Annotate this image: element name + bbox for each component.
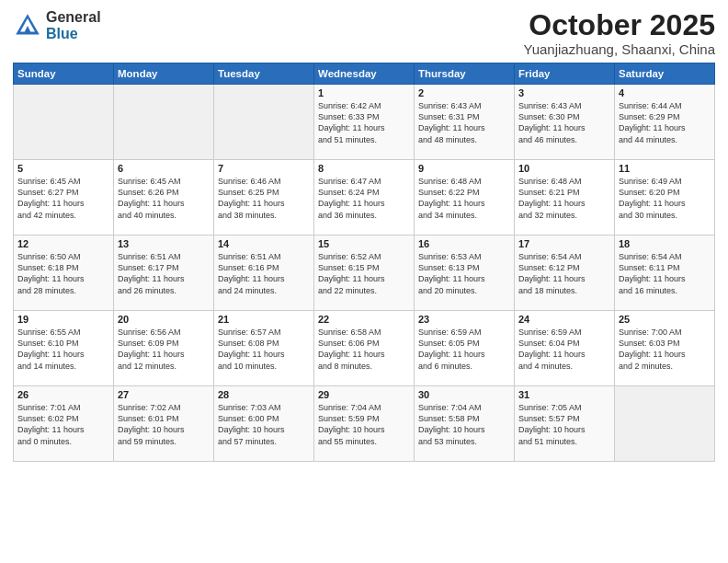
day-info: Sunrise: 6:59 AM Sunset: 6:05 PM Dayligh… [418,327,510,372]
calendar-body: 1Sunrise: 6:42 AM Sunset: 6:33 PM Daylig… [14,85,715,462]
calendar-cell: 21Sunrise: 6:57 AM Sunset: 6:08 PM Dayli… [214,311,314,386]
calendar-week-3: 12Sunrise: 6:50 AM Sunset: 6:18 PM Dayli… [14,236,715,311]
month-title: October 2025 [524,9,716,41]
calendar-cell: 26Sunrise: 7:01 AM Sunset: 6:02 PM Dayli… [14,386,114,462]
calendar-cell [615,386,715,462]
day-info: Sunrise: 6:43 AM Sunset: 6:30 PM Dayligh… [518,100,610,145]
calendar-cell [214,85,314,160]
day-info: Sunrise: 7:05 AM Sunset: 5:57 PM Dayligh… [518,402,610,447]
calendar-cell: 14Sunrise: 6:51 AM Sunset: 6:16 PM Dayli… [214,236,314,311]
day-number: 3 [518,87,610,98]
calendar-cell: 12Sunrise: 6:50 AM Sunset: 6:18 PM Dayli… [14,236,114,311]
calendar-cell: 27Sunrise: 7:02 AM Sunset: 6:01 PM Dayli… [114,386,214,462]
day-number: 31 [518,389,610,400]
calendar-cell: 2Sunrise: 6:43 AM Sunset: 6:31 PM Daylig… [415,85,515,160]
day-number: 11 [619,163,711,174]
day-info: Sunrise: 6:55 AM Sunset: 6:10 PM Dayligh… [17,327,109,372]
calendar-cell: 24Sunrise: 6:59 AM Sunset: 6:04 PM Dayli… [515,311,615,386]
col-monday: Monday [114,63,214,85]
day-info: Sunrise: 6:42 AM Sunset: 6:33 PM Dayligh… [318,100,410,145]
day-number: 14 [218,238,310,249]
calendar-cell: 22Sunrise: 6:58 AM Sunset: 6:06 PM Dayli… [314,311,415,386]
day-number: 29 [318,389,410,400]
day-number: 21 [218,314,310,325]
day-number: 25 [619,314,711,325]
calendar-cell [14,85,114,160]
day-info: Sunrise: 6:50 AM Sunset: 6:18 PM Dayligh… [17,251,109,296]
col-tuesday: Tuesday [214,63,314,85]
location-title: Yuanjiazhuang, Shaanxi, China [524,41,716,57]
day-number: 17 [518,238,610,249]
header: General Blue October 2025 Yuanjiazhuang,… [13,9,715,57]
calendar-cell: 13Sunrise: 6:51 AM Sunset: 6:17 PM Dayli… [114,236,214,311]
day-info: Sunrise: 7:01 AM Sunset: 6:02 PM Dayligh… [17,402,109,447]
calendar-cell: 1Sunrise: 6:42 AM Sunset: 6:33 PM Daylig… [314,85,415,160]
day-info: Sunrise: 7:04 AM Sunset: 5:59 PM Dayligh… [318,402,410,447]
calendar-cell [114,85,214,160]
day-number: 6 [118,163,210,174]
day-info: Sunrise: 7:02 AM Sunset: 6:01 PM Dayligh… [118,402,210,447]
calendar-cell: 4Sunrise: 6:44 AM Sunset: 6:29 PM Daylig… [615,85,715,160]
title-block: October 2025 Yuanjiazhuang, Shaanxi, Chi… [524,9,716,57]
day-number: 10 [518,163,610,174]
col-sunday: Sunday [14,63,114,85]
day-number: 28 [218,389,310,400]
calendar-cell: 8Sunrise: 6:47 AM Sunset: 6:24 PM Daylig… [314,160,415,236]
day-info: Sunrise: 6:54 AM Sunset: 6:11 PM Dayligh… [619,251,711,296]
day-info: Sunrise: 6:51 AM Sunset: 6:17 PM Dayligh… [118,251,210,296]
calendar-cell: 20Sunrise: 6:56 AM Sunset: 6:09 PM Dayli… [114,311,214,386]
day-number: 22 [318,314,410,325]
day-number: 9 [418,163,510,174]
day-info: Sunrise: 6:44 AM Sunset: 6:29 PM Dayligh… [619,100,711,145]
day-number: 18 [619,238,711,249]
calendar-cell: 6Sunrise: 6:45 AM Sunset: 6:26 PM Daylig… [114,160,214,236]
calendar-cell: 28Sunrise: 7:03 AM Sunset: 6:00 PM Dayli… [214,386,314,462]
calendar-week-2: 5Sunrise: 6:45 AM Sunset: 6:27 PM Daylig… [14,160,715,236]
day-info: Sunrise: 6:48 AM Sunset: 6:21 PM Dayligh… [518,176,610,221]
col-wednesday: Wednesday [314,63,415,85]
day-info: Sunrise: 6:45 AM Sunset: 6:27 PM Dayligh… [17,176,109,221]
calendar-cell: 16Sunrise: 6:53 AM Sunset: 6:13 PM Dayli… [415,236,515,311]
day-info: Sunrise: 6:52 AM Sunset: 6:15 PM Dayligh… [318,251,410,296]
day-info: Sunrise: 6:56 AM Sunset: 6:09 PM Dayligh… [118,327,210,372]
logo-blue-text: Blue [46,26,101,42]
logo-icon [13,11,42,40]
day-number: 15 [318,238,410,249]
calendar-cell: 18Sunrise: 6:54 AM Sunset: 6:11 PM Dayli… [615,236,715,311]
calendar-cell: 10Sunrise: 6:48 AM Sunset: 6:21 PM Dayli… [515,160,615,236]
calendar-cell: 31Sunrise: 7:05 AM Sunset: 5:57 PM Dayli… [515,386,615,462]
day-info: Sunrise: 6:47 AM Sunset: 6:24 PM Dayligh… [318,176,410,221]
day-number: 26 [17,389,109,400]
calendar-cell: 29Sunrise: 7:04 AM Sunset: 5:59 PM Dayli… [314,386,415,462]
day-info: Sunrise: 7:03 AM Sunset: 6:00 PM Dayligh… [218,402,310,447]
calendar-cell: 23Sunrise: 6:59 AM Sunset: 6:05 PM Dayli… [415,311,515,386]
day-info: Sunrise: 7:00 AM Sunset: 6:03 PM Dayligh… [619,327,711,372]
logo-text: General Blue [46,9,101,41]
day-info: Sunrise: 6:59 AM Sunset: 6:04 PM Dayligh… [518,327,610,372]
day-info: Sunrise: 6:58 AM Sunset: 6:06 PM Dayligh… [318,327,410,372]
col-friday: Friday [515,63,615,85]
col-thursday: Thursday [415,63,515,85]
day-number: 7 [218,163,310,174]
day-info: Sunrise: 6:49 AM Sunset: 6:20 PM Dayligh… [619,176,711,221]
calendar-week-1: 1Sunrise: 6:42 AM Sunset: 6:33 PM Daylig… [14,85,715,160]
day-number: 12 [17,238,109,249]
day-number: 13 [118,238,210,249]
calendar-week-5: 26Sunrise: 7:01 AM Sunset: 6:02 PM Dayli… [14,386,715,462]
logo-general-text: General [46,9,101,26]
day-number: 30 [418,389,510,400]
day-info: Sunrise: 6:51 AM Sunset: 6:16 PM Dayligh… [218,251,310,296]
calendar-cell: 5Sunrise: 6:45 AM Sunset: 6:27 PM Daylig… [14,160,114,236]
day-info: Sunrise: 6:46 AM Sunset: 6:25 PM Dayligh… [218,176,310,221]
day-info: Sunrise: 6:48 AM Sunset: 6:22 PM Dayligh… [418,176,510,221]
logo: General Blue [13,9,101,41]
day-info: Sunrise: 7:04 AM Sunset: 5:58 PM Dayligh… [418,402,510,447]
day-number: 2 [418,87,510,98]
day-number: 19 [17,314,109,325]
day-number: 27 [118,389,210,400]
day-info: Sunrise: 6:54 AM Sunset: 6:12 PM Dayligh… [518,251,610,296]
day-number: 20 [118,314,210,325]
day-info: Sunrise: 6:53 AM Sunset: 6:13 PM Dayligh… [418,251,510,296]
page-container: General Blue October 2025 Yuanjiazhuang,… [0,0,728,471]
calendar-cell: 30Sunrise: 7:04 AM Sunset: 5:58 PM Dayli… [415,386,515,462]
